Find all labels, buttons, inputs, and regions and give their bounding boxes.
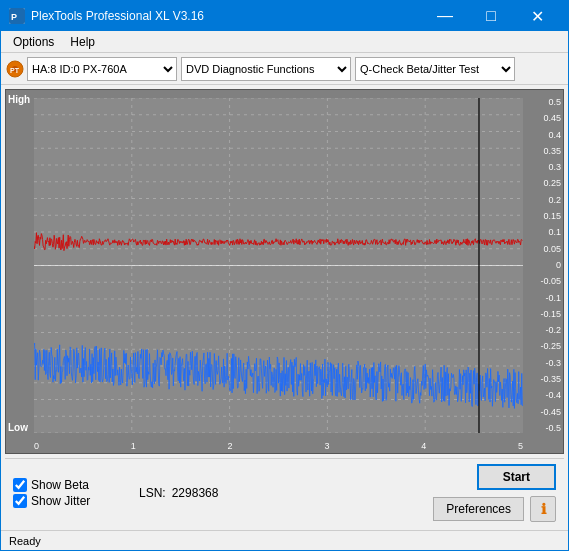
close-button[interactable]: ✕ bbox=[514, 1, 560, 31]
show-beta-row: Show Beta bbox=[13, 478, 123, 492]
test-select[interactable]: Q-Check Beta/Jitter Test bbox=[355, 57, 515, 81]
btn-row: Preferences ℹ bbox=[433, 496, 556, 522]
x-tick-2: 2 bbox=[228, 441, 233, 451]
drive-select[interactable]: HA:8 ID:0 PX-760A bbox=[27, 57, 177, 81]
chart-canvas bbox=[34, 98, 523, 433]
minimize-button[interactable]: — bbox=[422, 1, 468, 31]
bottom-panel: Show Beta Show Jitter LSN: 2298368 Start… bbox=[5, 458, 564, 526]
y-tick-n0.5: -0.5 bbox=[545, 424, 561, 433]
lsn-value: 2298368 bbox=[172, 486, 219, 500]
svg-text:P: P bbox=[11, 12, 17, 22]
y-tick-0.05: 0.05 bbox=[543, 245, 561, 254]
y-tick-0.35: 0.35 bbox=[543, 147, 561, 156]
y-tick-n0.3: -0.3 bbox=[545, 359, 561, 368]
toolbar: PT HA:8 ID:0 PX-760A DVD Diagnostic Func… bbox=[1, 53, 568, 85]
x-tick-1: 1 bbox=[131, 441, 136, 451]
status-text: Ready bbox=[9, 535, 41, 547]
show-jitter-checkbox[interactable] bbox=[13, 494, 27, 508]
main-content: High Low 0.5 0.45 0.4 0.35 0.3 0.25 0.2 … bbox=[1, 85, 568, 530]
action-buttons: Start Preferences ℹ bbox=[433, 464, 556, 522]
app-icon: P bbox=[9, 8, 25, 24]
x-tick-5: 5 bbox=[518, 441, 523, 451]
title-bar: P PlexTools Professional XL V3.16 — □ ✕ bbox=[1, 1, 568, 31]
chart-plot bbox=[34, 98, 523, 433]
lsn-label: LSN: bbox=[139, 486, 166, 500]
svg-text:PT: PT bbox=[10, 67, 20, 74]
menu-options[interactable]: Options bbox=[5, 33, 62, 51]
y-tick-0.2: 0.2 bbox=[548, 196, 561, 205]
y-tick-n0.35: -0.35 bbox=[540, 375, 561, 384]
y-tick-0.4: 0.4 bbox=[548, 131, 561, 140]
y-tick-n0.1: -0.1 bbox=[545, 294, 561, 303]
y-tick-n0.25: -0.25 bbox=[540, 342, 561, 351]
drive-icon: PT bbox=[5, 59, 25, 79]
x-axis: 0 1 2 3 4 5 bbox=[34, 441, 523, 451]
show-beta-label[interactable]: Show Beta bbox=[31, 478, 89, 492]
y-tick-n0.2: -0.2 bbox=[545, 326, 561, 335]
checkbox-group: Show Beta Show Jitter bbox=[13, 478, 123, 508]
drive-selector-group: PT HA:8 ID:0 PX-760A bbox=[5, 57, 177, 81]
y-tick-0.5: 0.5 bbox=[548, 98, 561, 107]
status-bar: Ready bbox=[1, 530, 568, 550]
y-tick-n0.4: -0.4 bbox=[545, 391, 561, 400]
maximize-button[interactable]: □ bbox=[468, 1, 514, 31]
y-label-low: Low bbox=[8, 422, 28, 433]
menu-bar: Options Help bbox=[1, 31, 568, 53]
window-controls: — □ ✕ bbox=[422, 1, 560, 31]
menu-help[interactable]: Help bbox=[62, 33, 103, 51]
function-select[interactable]: DVD Diagnostic Functions bbox=[181, 57, 351, 81]
info-button[interactable]: ℹ bbox=[530, 496, 556, 522]
y-tick-n0.45: -0.45 bbox=[540, 408, 561, 417]
y-tick-0.25: 0.25 bbox=[543, 179, 561, 188]
y-tick-0.45: 0.45 bbox=[543, 114, 561, 123]
start-button[interactable]: Start bbox=[477, 464, 556, 490]
y-tick-0: 0 bbox=[556, 261, 561, 270]
y-tick-0.15: 0.15 bbox=[543, 212, 561, 221]
y-tick-0.1: 0.1 bbox=[548, 228, 561, 237]
y-axis-right: 0.5 0.45 0.4 0.35 0.3 0.25 0.2 0.15 0.1 … bbox=[525, 98, 563, 433]
y-tick-n0.05: -0.05 bbox=[540, 277, 561, 286]
preferences-button[interactable]: Preferences bbox=[433, 497, 524, 521]
lsn-section: LSN: 2298368 bbox=[139, 486, 218, 500]
chart-area: High Low 0.5 0.45 0.4 0.35 0.3 0.25 0.2 … bbox=[5, 89, 564, 454]
x-tick-0: 0 bbox=[34, 441, 39, 451]
window-title: PlexTools Professional XL V3.16 bbox=[31, 9, 422, 23]
show-beta-checkbox[interactable] bbox=[13, 478, 27, 492]
x-tick-3: 3 bbox=[324, 441, 329, 451]
y-tick-n0.15: -0.15 bbox=[540, 310, 561, 319]
show-jitter-label[interactable]: Show Jitter bbox=[31, 494, 90, 508]
main-window: P PlexTools Professional XL V3.16 — □ ✕ … bbox=[0, 0, 569, 551]
y-tick-0.3: 0.3 bbox=[548, 163, 561, 172]
y-label-high: High bbox=[8, 94, 30, 105]
show-jitter-row: Show Jitter bbox=[13, 494, 123, 508]
x-tick-4: 4 bbox=[421, 441, 426, 451]
